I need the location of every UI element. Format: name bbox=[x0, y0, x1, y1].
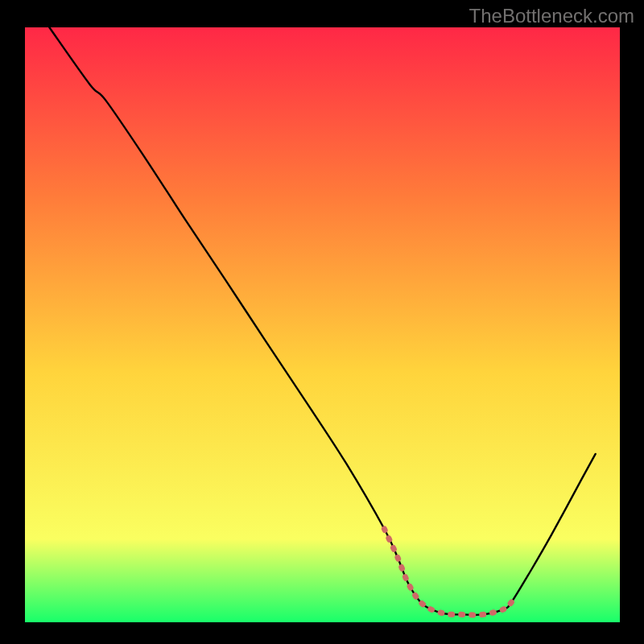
bottleneck-chart bbox=[0, 0, 644, 644]
chart-root: TheBottleneck.com bbox=[0, 0, 644, 644]
watermark-text: TheBottleneck.com bbox=[469, 5, 634, 27]
plot-background bbox=[25, 27, 620, 622]
